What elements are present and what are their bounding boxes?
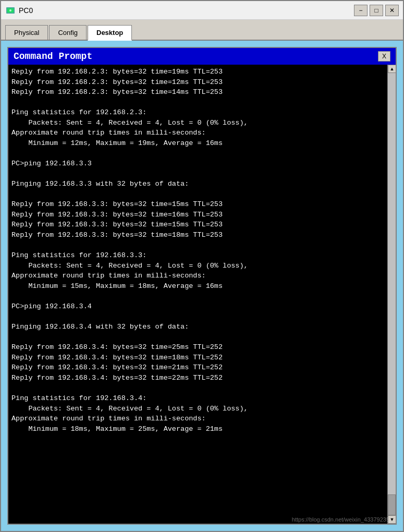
command-prompt-window: Command Prompt X Reply from 192.168.2.3:… xyxy=(7,47,397,525)
cmd-output: Reply from 192.168.2.3: bytes=32 time=19… xyxy=(11,67,384,434)
scrollbar[interactable]: ▲ ▼ xyxy=(387,65,396,524)
cmd-body-wrapper: Reply from 192.168.2.3: bytes=32 time=19… xyxy=(8,65,396,524)
cmd-title: Command Prompt xyxy=(14,51,92,62)
tab-physical[interactable]: Physical xyxy=(5,25,48,40)
tab-desktop[interactable]: Desktop xyxy=(88,25,132,41)
window-controls: − □ ✕ xyxy=(354,5,399,16)
title-bar: PC0 − □ ✕ xyxy=(1,1,403,20)
main-window: PC0 − □ ✕ Physical Config Desktop Comman… xyxy=(0,0,404,532)
minimize-button[interactable]: − xyxy=(354,5,368,16)
svg-point-2 xyxy=(9,9,11,11)
close-button[interactable]: ✕ xyxy=(385,5,399,16)
scroll-track[interactable] xyxy=(388,73,396,515)
tabs-bar: Physical Config Desktop xyxy=(1,20,403,41)
cmd-close-button[interactable]: X xyxy=(378,51,390,62)
cmd-body[interactable]: Reply from 192.168.2.3: bytes=32 time=19… xyxy=(8,65,387,524)
scroll-thumb[interactable] xyxy=(388,494,396,515)
tab-config[interactable]: Config xyxy=(49,25,87,40)
scroll-up-button[interactable]: ▲ xyxy=(388,65,396,73)
cmd-title-bar: Command Prompt X xyxy=(8,48,396,65)
window-title: PC0 xyxy=(19,6,354,15)
window-icon xyxy=(5,5,16,16)
maximize-button[interactable]: □ xyxy=(370,5,383,16)
watermark: https://blog.csdn.net/weixin_43379235 xyxy=(292,516,389,523)
desktop-content: Command Prompt X Reply from 192.168.2.3:… xyxy=(1,41,403,531)
